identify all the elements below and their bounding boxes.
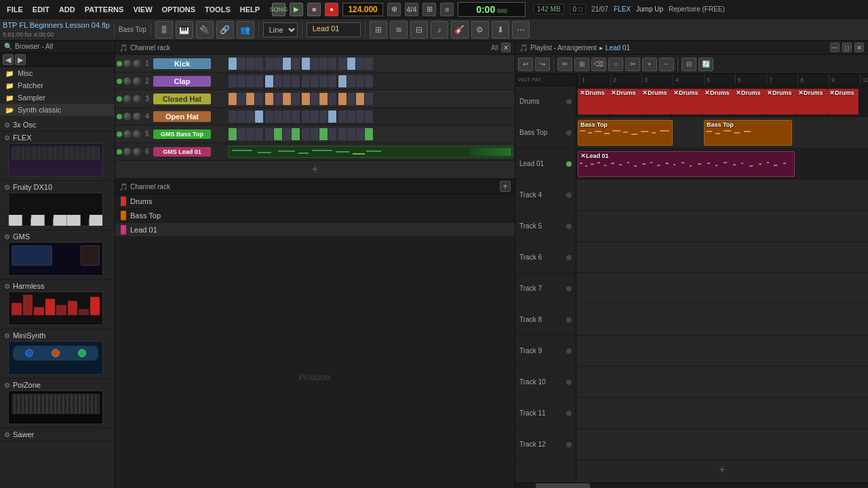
lead-led[interactable]	[117, 149, 122, 155]
menu-tools[interactable]: TOOLS	[201, 4, 235, 15]
beat-btn[interactable]	[283, 128, 291, 140]
beat-btn[interactable]	[246, 58, 254, 70]
track-label-lead[interactable]: Lead 01	[515, 148, 576, 180]
browser-item-misc[interactable]: 📁 Misc	[0, 67, 115, 79]
drums-block-9[interactable]: ✕Drums	[827, 89, 859, 115]
bass-block-2[interactable]: Bass Top	[704, 120, 792, 146]
beat-btn[interactable]	[255, 93, 263, 105]
track-label-7[interactable]: Track 7	[515, 273, 576, 304]
instrument-sawer[interactable]: ⚙ Sawer	[0, 428, 115, 441]
all-label[interactable]: All	[491, 44, 498, 52]
beat-btn[interactable]	[246, 110, 254, 123]
beat-btn[interactable]	[283, 93, 291, 105]
beat-btn[interactable]	[255, 58, 263, 70]
instrument-fruitydx10[interactable]: ⚙ Fruity DX10	[0, 181, 115, 230]
track-label-12[interactable]: Track 12	[515, 429, 576, 460]
kick-vol-knob[interactable]	[123, 60, 132, 68]
clap-name-btn[interactable]: Clap	[153, 76, 211, 87]
beat-btn[interactable]	[311, 93, 319, 105]
beat-btn[interactable]	[283, 110, 291, 123]
closedhat-led[interactable]	[117, 96, 122, 102]
track-row-11[interactable]	[576, 398, 868, 429]
track-label-11[interactable]: Track 11	[515, 398, 576, 429]
instrument-poizone[interactable]: ⚙ PoiZone	[0, 379, 115, 428]
drums-block-3[interactable]: ✕Drums	[640, 89, 671, 115]
mixer2-icon[interactable]: ⊟	[410, 21, 428, 39]
track-label-6[interactable]: Track 6	[515, 242, 576, 273]
beat-btn[interactable]	[302, 93, 310, 105]
beat-btn[interactable]	[347, 58, 355, 70]
beat-btn[interactable]	[292, 110, 300, 123]
beat-btn[interactable]	[319, 93, 328, 105]
beat-btn[interactable]	[302, 75, 310, 87]
drums-block-8[interactable]: ✕Drums	[796, 89, 827, 115]
pl-erase-btn[interactable]: ⌫	[591, 58, 606, 71]
browser-item-sampler[interactable]: 📁 Sampler	[0, 92, 115, 104]
beat-btn[interactable]	[311, 75, 319, 87]
beat-btn[interactable]	[265, 75, 273, 87]
drums-block-1[interactable]: ✕Drums	[578, 89, 609, 115]
piano-roll-icon[interactable]: 🎹	[176, 21, 193, 39]
drums-block-4[interactable]: ✕Drums	[671, 89, 703, 115]
back-btn[interactable]: ◀	[3, 54, 14, 65]
plugin-picker-icon[interactable]: 🔌	[196, 21, 214, 39]
beat-btn[interactable]	[283, 58, 291, 70]
menu-patterns[interactable]: PATTERNS	[81, 4, 128, 15]
drums-block-2[interactable]: ✕Drums	[609, 89, 640, 115]
pl-undo-btn[interactable]: ↩	[518, 58, 533, 71]
menu-file[interactable]: FILE	[3, 4, 27, 15]
beat-btn[interactable]	[365, 110, 373, 123]
track-label-bass[interactable]: Bass Top	[515, 117, 576, 148]
instrument-flex[interactable]: ⚙ FLEX	[0, 131, 115, 181]
menu-help[interactable]: HELP	[236, 4, 264, 15]
beat-btn[interactable]	[311, 58, 319, 70]
clap-led[interactable]	[117, 79, 122, 84]
horizontal-scrollbar[interactable]	[515, 483, 868, 488]
menu-view[interactable]: VIEW	[129, 4, 156, 15]
snap-icon[interactable]: ⊞	[422, 3, 436, 16]
beat-btn[interactable]	[365, 93, 373, 105]
beat-btn[interactable]	[283, 75, 291, 87]
beat-btn[interactable]	[229, 93, 237, 105]
openhat-name-btn[interactable]: Open Hat	[153, 111, 211, 122]
beat-btn[interactable]	[338, 93, 347, 105]
link-icon[interactable]: 🔗	[216, 21, 234, 39]
mixer-icon[interactable]: 🎛	[155, 21, 173, 39]
lead-piano-roll[interactable]	[229, 146, 513, 158]
beat-btn[interactable]	[292, 93, 300, 105]
snap-grid-icon[interactable]: ⊞	[370, 21, 387, 39]
browser-item-patcher[interactable]: 📁 Patcher	[0, 79, 115, 92]
beat-btn[interactable]	[356, 58, 364, 70]
add-track-btn[interactable]: +	[719, 464, 725, 476]
instrument-3xosc[interactable]: ⚙ 3x Osc	[0, 119, 115, 131]
track-row-5[interactable]	[576, 211, 868, 242]
instrument-icon[interactable]: 🎸	[451, 21, 469, 39]
beat-btn[interactable]	[229, 58, 237, 70]
beat-btn[interactable]	[338, 75, 347, 87]
note-icon[interactable]: ♪	[431, 21, 448, 39]
kick-pan-knob[interactable]	[133, 60, 141, 68]
beat-btn[interactable]	[229, 75, 237, 87]
beat-btn[interactable]	[319, 58, 328, 70]
openhat-vol-knob[interactable]	[123, 113, 132, 121]
beat-btn[interactable]	[274, 58, 282, 70]
drums-block-5[interactable]: ✕Drums	[703, 89, 734, 115]
pattern-drums[interactable]: Drums	[115, 195, 515, 209]
instrument-harmless[interactable]: ⚙ Harmless	[0, 280, 115, 329]
beat-btn[interactable]	[265, 93, 273, 105]
beat-btn[interactable]	[292, 128, 300, 140]
pl-select-btn[interactable]: ⊞	[574, 58, 589, 71]
beat-btn[interactable]	[319, 128, 328, 140]
lead-block-1[interactable]: ✕Lead 01	[578, 151, 795, 177]
beat-btn[interactable]	[338, 110, 347, 123]
add-channel-btn[interactable]: +	[115, 161, 515, 178]
openhat-led[interactable]	[117, 114, 122, 119]
bpm-display[interactable]: 124.000	[342, 3, 383, 16]
beat-btn[interactable]	[338, 128, 347, 140]
beat-btn[interactable]	[265, 110, 273, 123]
beat-btn[interactable]	[347, 75, 355, 87]
menu-edit[interactable]: EDIT	[28, 4, 54, 15]
pl-zoomin-btn[interactable]: +	[642, 58, 657, 71]
beat-btn[interactable]	[265, 128, 273, 140]
beat-btn[interactable]	[356, 75, 364, 87]
